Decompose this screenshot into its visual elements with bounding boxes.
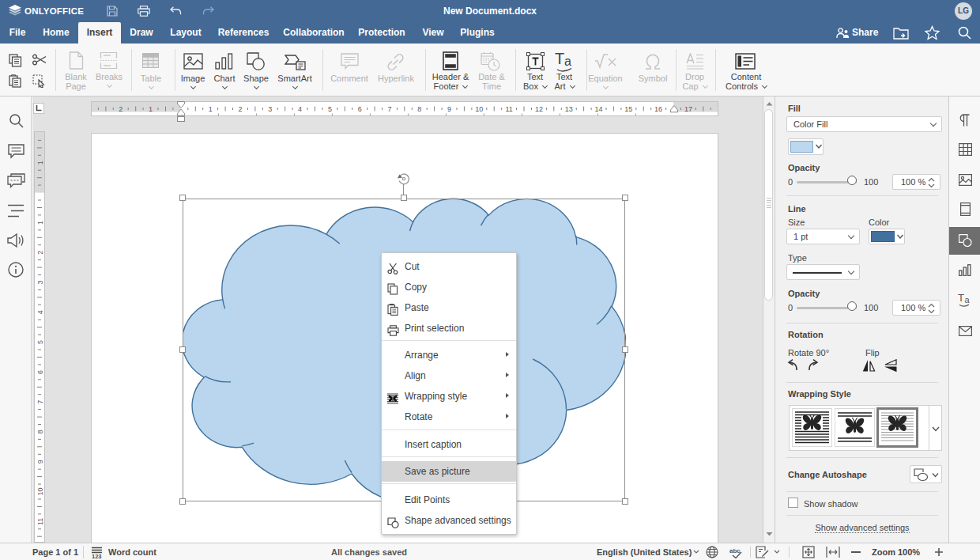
svg-text:5: 5 [328,105,332,113]
svg-text:12: 12 [535,105,543,113]
svg-text:4: 4 [36,310,44,314]
svg-text:1: 1 [36,161,44,165]
svg-text:15: 15 [624,105,632,113]
svg-text:17: 17 [684,105,692,113]
svg-text:7: 7 [36,400,44,404]
svg-text:a: a [965,295,971,305]
svg-text:7: 7 [387,105,391,113]
svg-text:3: 3 [268,105,272,113]
svg-text:T: T [555,51,564,67]
svg-text:8: 8 [36,429,44,433]
svg-text:2: 2 [119,105,122,113]
svg-text:T: T [958,292,964,304]
svg-text:13: 13 [565,105,573,113]
svg-text:1: 1 [36,221,44,225]
svg-text:10: 10 [36,487,44,495]
svg-text:1: 1 [149,105,153,113]
svg-text:8: 8 [417,105,421,113]
svg-text:6: 6 [358,105,362,113]
svg-text:a: a [564,55,571,68]
svg-text:10: 10 [475,105,483,113]
svg-text:16: 16 [654,105,662,113]
svg-text:14: 14 [594,105,602,113]
svg-text:abc: abc [729,547,741,554]
svg-text:9: 9 [36,460,44,464]
svg-text:1: 1 [209,105,213,113]
svg-text:4: 4 [298,105,302,113]
svg-text:5: 5 [36,340,44,344]
svg-text:2: 2 [238,105,242,113]
svg-text:3: 3 [36,280,44,284]
svg-text:11: 11 [505,105,512,113]
svg-text:2: 2 [36,251,44,255]
svg-text:6: 6 [36,370,44,374]
svg-text:9: 9 [447,105,451,113]
svg-text:11: 11 [36,518,44,525]
